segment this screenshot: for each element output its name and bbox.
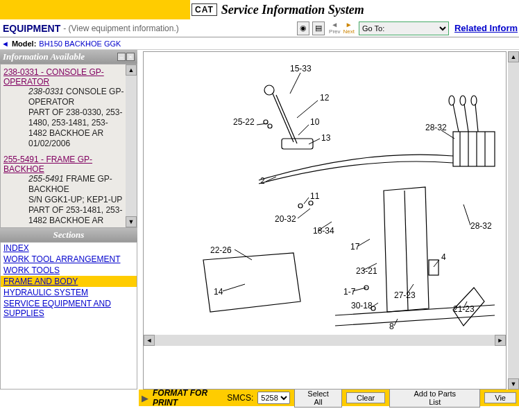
document-icon[interactable]: ▤ xyxy=(312,21,325,35)
svg-line-24 xyxy=(297,100,318,118)
callout: 28-32 xyxy=(425,123,447,132)
callout: 22-26 xyxy=(210,245,232,255)
scroll-up-icon[interactable]: ▲ xyxy=(508,51,519,62)
info-item: 255-5491 - FRAME GP-BACKHOE 255-5491 FRA… xyxy=(1,152,137,228)
section-link-work-tool-arrangement[interactable]: WORK TOOL ARRANGEMENT xyxy=(1,254,137,265)
brand-yellow-bar xyxy=(0,0,190,19)
info-item-link[interactable]: 238-0331 - CONSOLE GP-OPERATOR xyxy=(3,67,104,87)
info-available-header: Information Available – × xyxy=(0,50,137,64)
goto-select[interactable]: Go To: xyxy=(359,21,449,35)
sis-title: Service Information System xyxy=(221,3,364,17)
view-button[interactable]: Vie xyxy=(484,392,516,403)
add-to-parts-list-button[interactable]: Add to Parts List xyxy=(389,388,480,408)
svg-point-22 xyxy=(268,124,272,128)
scroll-left-icon[interactable]: ◄ xyxy=(144,335,155,346)
svg-rect-4 xyxy=(453,132,495,166)
callout: 8 xyxy=(389,322,394,331)
prev-next-nav: ◄ Prev ► Next xyxy=(327,21,356,35)
equipment-sublabel: - (View equipment information.) xyxy=(63,24,179,33)
scroll-right-icon[interactable]: ► xyxy=(495,335,506,346)
svg-point-17 xyxy=(298,204,303,208)
callout: 27-23 xyxy=(394,290,416,300)
svg-point-0 xyxy=(264,85,274,95)
related-information-link[interactable]: Related Inform xyxy=(454,23,518,33)
format-for-print-link[interactable]: FORMAT FOR PRINT xyxy=(153,388,223,408)
section-link-service-equipment[interactable]: SERVICE EQUIPMENT AND SUPPLIES xyxy=(1,298,137,319)
next-button[interactable]: ► Next xyxy=(342,21,356,35)
diagram-pane: 15-33 12 25-22 10 28-32 13 2 11 20-32 18… xyxy=(143,51,507,390)
bottom-toolbar: ▶ FORMAT FOR PRINT SMCS: 5258 Select All… xyxy=(139,390,519,406)
section-link-index[interactable]: INDEX xyxy=(1,243,137,254)
info-item-detail: 238-0331 CONSOLE GP-OPERATOR PART OF 238… xyxy=(3,87,124,149)
sections-list: INDEX WORK TOOL ARRANGEMENT WORK TOOLS F… xyxy=(0,242,137,390)
svg-line-42 xyxy=(463,204,470,225)
svg-point-18 xyxy=(309,201,313,205)
callout: 12 xyxy=(320,93,330,103)
svg-line-27 xyxy=(309,139,320,144)
prev-label: Prev xyxy=(329,28,340,35)
info-available-title: Information Available xyxy=(3,51,85,62)
callout: 11 xyxy=(310,191,320,201)
main-area: Information Available – × 238-0331 - CON… xyxy=(0,50,519,390)
svg-line-34 xyxy=(358,239,370,246)
svg-line-30 xyxy=(298,209,310,218)
callout: 25-22 xyxy=(233,117,255,127)
svg-line-2 xyxy=(276,95,297,143)
svg-line-23 xyxy=(290,73,300,94)
svg-point-14 xyxy=(471,96,477,105)
callout: 17 xyxy=(350,242,360,252)
svg-line-33 xyxy=(223,284,245,291)
model-label: Model: xyxy=(12,40,36,48)
callout: 1-7 xyxy=(343,287,356,297)
header-row: EQUIPMENT - (View equipment information.… xyxy=(0,19,519,37)
scroll-down-icon[interactable]: ▼ xyxy=(508,378,519,390)
section-link-hydraulic-system[interactable]: HYDRAULIC SYSTEM xyxy=(1,287,137,298)
top-band: CAT Service Information System xyxy=(0,0,519,19)
diagram-hscrollbar[interactable]: ◄ ► xyxy=(144,335,506,346)
info-item: 238-0331 - CONSOLE GP-OPERATOR 238-0331 … xyxy=(1,64,137,152)
info-scrollbar[interactable]: ▲ ▼ xyxy=(126,64,137,227)
scroll-up-icon[interactable]: ▲ xyxy=(126,64,137,76)
smcs-label: SMCS: xyxy=(227,393,253,403)
callout: 4 xyxy=(441,252,446,262)
prev-button[interactable]: ◄ Prev xyxy=(327,21,341,35)
prev-arrow-icon: ◄ xyxy=(331,21,338,28)
section-link-work-tools[interactable]: WORK TOOLS xyxy=(1,265,137,276)
svg-rect-3 xyxy=(282,139,313,149)
next-arrow-icon: ► xyxy=(346,21,352,28)
svg-line-32 xyxy=(235,250,252,260)
callout: 14 xyxy=(214,287,223,297)
select-all-button[interactable]: Select All xyxy=(294,388,342,408)
right-column: 15-33 12 25-22 10 28-32 13 2 11 20-32 18… xyxy=(137,50,519,390)
callout: 23-21 xyxy=(356,266,377,276)
smcs-select[interactable]: 5258 xyxy=(257,392,290,404)
next-label: Next xyxy=(343,28,355,35)
callout: 2 xyxy=(260,176,265,186)
svg-line-1 xyxy=(273,94,293,142)
callout: 15-33 xyxy=(290,64,312,73)
equipment-label[interactable]: EQUIPMENT xyxy=(3,23,60,34)
info-available-list: 238-0331 - CONSOLE GP-OPERATOR 238-0331 … xyxy=(0,64,137,228)
globe-icon[interactable]: ◉ xyxy=(297,21,309,35)
svg-line-29 xyxy=(304,198,309,204)
info-item-link[interactable]: 255-5491 - FRAME GP-BACKHOE xyxy=(3,155,92,174)
model-row: ◄ Model: BH150 BACKHOE GGK xyxy=(0,37,519,50)
svg-line-11 xyxy=(464,104,468,132)
minimize-icon[interactable]: – xyxy=(117,53,126,61)
scroll-down-icon[interactable]: ▼ xyxy=(126,216,137,227)
close-icon[interactable]: × xyxy=(126,53,135,61)
diagram-vscrollbar[interactable]: ▲ ▼ xyxy=(508,51,519,390)
callout: 10 xyxy=(310,117,320,127)
callout: 30-18 xyxy=(351,301,373,310)
svg-point-10 xyxy=(449,96,454,105)
section-link-frame-and-body[interactable]: FRAME AND BODY xyxy=(1,276,137,287)
sections-header: Sections xyxy=(0,228,137,242)
info-item-detail: 255-5491 FRAME GP-BACKHOE S/N GGK1-UP; K… xyxy=(3,174,124,228)
model-value-link[interactable]: BH150 BACKHOE GGK xyxy=(39,40,121,48)
svg-line-13 xyxy=(475,104,478,132)
svg-line-26 xyxy=(298,125,309,135)
svg-line-9 xyxy=(453,104,459,132)
clear-button[interactable]: Clear xyxy=(346,392,385,403)
cat-logo: CAT xyxy=(192,3,217,16)
model-back-icon[interactable]: ◄ xyxy=(1,40,9,48)
